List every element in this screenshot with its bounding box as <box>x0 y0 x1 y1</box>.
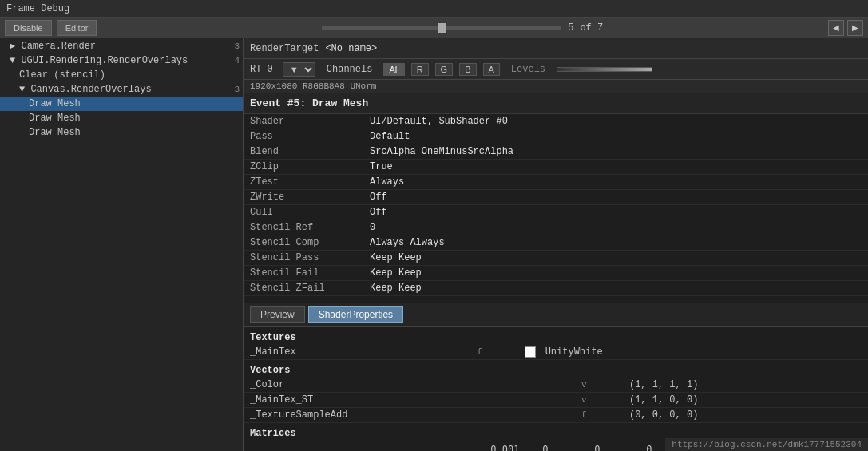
vector-value: (1, 1, 0, 0) <box>623 393 868 408</box>
tab-preview[interactable]: Preview <box>250 306 305 323</box>
editor-button[interactable]: Editor <box>57 20 97 36</box>
prop-value-stencil-fail: Keep Keep <box>363 266 868 281</box>
tree-item-canvas[interactable]: ▼ Canvas.RenderOverlays 3 <box>0 82 243 97</box>
prop-value-stencil-zfail: Keep Keep <box>363 281 868 296</box>
texture-icon <box>525 346 536 358</box>
prop-label-shader: Shader <box>244 114 363 129</box>
prop-ztest: ZTest Always <box>244 175 868 190</box>
vector-name: _MainTex_ST <box>244 393 575 408</box>
vector-type: v <box>581 380 587 390</box>
tabs-bar: Preview ShaderProperties <box>244 303 868 327</box>
title-bar: Frame Debug <box>0 0 868 18</box>
tree-item-ugui[interactable]: ▼ UGUI.Rendering.RenderOverlays 4 <box>0 53 243 68</box>
rt-select[interactable]: ▼ <box>283 62 315 77</box>
vector-value: (1, 1, 1, 1) <box>623 378 868 393</box>
channel-g[interactable]: G <box>435 63 454 76</box>
disable-button[interactable]: Disable <box>5 20 52 36</box>
prop-pass: Pass Default <box>244 129 868 144</box>
next-button[interactable]: ▶ <box>847 20 863 36</box>
tree-item-label: Draw Mesh <box>29 113 240 124</box>
prop-zclip: ZClip True <box>244 160 868 175</box>
toolbar: Disable Editor 5 of 7 ◀ ▶ <box>0 18 868 38</box>
channel-label: Channels <box>327 64 373 75</box>
prop-stencil-ref: Stencil Ref 0 <box>244 220 868 235</box>
prop-label-zclip: ZClip <box>244 160 363 175</box>
levels-bar <box>557 67 652 72</box>
texture-type: f <box>477 347 482 357</box>
prop-value-zwrite: Off <box>363 190 868 205</box>
channel-bar: RT 0 ▼ Channels All R G B A Levels <box>244 59 868 80</box>
prop-label-stencil-comp: Stencil Comp <box>244 235 363 251</box>
url-bar: https://blog.csdn.net/dmk17771552304 <box>665 438 868 451</box>
tree-item-draw-mesh-1[interactable]: Draw Mesh <box>0 97 243 111</box>
vector-maintex-st: _MainTex_ST v (1, 1, 0, 0) <box>244 393 868 408</box>
resolution-bar: 1920x1080 R8G8B8A8_UNorm <box>244 80 868 93</box>
prop-value-stencil-ref: 0 <box>363 220 868 235</box>
title-label: Frame Debug <box>6 3 69 14</box>
texture-value-text: UnityWhite <box>545 346 603 358</box>
channel-r[interactable]: R <box>411 63 429 76</box>
tab-shader-properties[interactable]: ShaderProperties <box>308 306 403 323</box>
prop-label-cull: Cull <box>244 205 363 220</box>
tree-item-label: ▼ UGUI.Rendering.RenderOverlays <box>10 55 231 66</box>
event-title: Event #5: Draw Mesh <box>244 93 868 114</box>
prop-label-ztest: ZTest <box>244 175 363 190</box>
resolution-text: 1920x1080 R8G8B8A8_UNorm <box>250 81 376 91</box>
vector-value: (0, 0, 0, 0) <box>623 408 868 423</box>
vector-texture-sample: _TextureSampleAdd f (0, 0, 0, 0) <box>244 408 868 423</box>
prop-label-stencil-fail: Stencil Fail <box>244 266 363 281</box>
vectors-table: _Color v (1, 1, 1, 1) _MainTex_ST v (1, … <box>244 378 868 423</box>
texture-value: UnityWhite <box>518 345 868 360</box>
prop-shader: Shader UI/Default, SubShader #0 <box>244 114 868 129</box>
tree-item-camera-render[interactable]: ▶ Camera.Render 3 <box>0 38 243 53</box>
texture-maintex: _MainTex f UnityWhite <box>244 345 868 360</box>
left-panel: ▶ Camera.Render 3 ▼ UGUI.Rendering.Rende… <box>0 38 244 451</box>
slider-value: 5 <box>568 22 573 34</box>
rt-num: RT 0 <box>250 64 273 75</box>
prop-value-stencil-comp: Always Always <box>363 235 868 251</box>
textures-header: Textures <box>244 327 868 345</box>
rt-value: <No name> <box>325 43 377 54</box>
prop-blend: Blend SrcAlpha OneMinusSrcAlpha <box>244 144 868 160</box>
prop-label-stencil-zfail: Stencil ZFail <box>244 281 363 296</box>
channel-all[interactable]: All <box>383 63 404 76</box>
tree-item-label: ▶ Camera.Render <box>10 40 231 52</box>
levels-label: Levels <box>511 64 545 75</box>
tree-item-label: Draw Mesh <box>29 98 240 109</box>
vector-name: _Color <box>244 378 575 393</box>
prev-button[interactable]: ◀ <box>828 20 844 36</box>
prop-value-stencil-pass: Keep Keep <box>363 251 868 266</box>
tree-item-draw-mesh-3[interactable]: Draw Mesh <box>0 125 243 140</box>
vector-type: f <box>581 410 587 420</box>
tree-item-clear[interactable]: Clear (stencil) <box>0 68 243 82</box>
prop-cull: Cull Off <box>244 205 868 220</box>
properties-table: Shader UI/Default, SubShader #0 Pass Def… <box>244 114 868 296</box>
prop-label-zwrite: ZWrite <box>244 190 363 205</box>
vectors-header: Vectors <box>244 360 868 378</box>
prop-stencil-fail: Stencil Fail Keep Keep <box>244 266 868 281</box>
prop-label-pass: Pass <box>244 129 363 144</box>
nav-buttons: ◀ ▶ <box>828 20 863 36</box>
prop-stencil-comp: Stencil Comp Always Always <box>244 235 868 251</box>
event-slider[interactable] <box>322 26 561 30</box>
channel-a[interactable]: A <box>483 63 500 76</box>
slider-area: 5 of 7 <box>101 22 823 34</box>
slider-max: of 7 <box>580 22 603 34</box>
main-container: ▶ Camera.Render 3 ▼ UGUI.Rendering.Rende… <box>0 38 868 451</box>
tree-item-label: Clear (stencil) <box>19 69 240 81</box>
prop-label-stencil-pass: Stencil Pass <box>244 251 363 266</box>
tree-item-draw-mesh-2[interactable]: Draw Mesh <box>0 111 243 125</box>
channel-b[interactable]: B <box>459 63 476 76</box>
rt-bar: RenderTarget <No name> <box>244 38 868 59</box>
prop-label-blend: Blend <box>244 144 363 160</box>
tree-item-label: Draw Mesh <box>29 127 240 138</box>
prop-stencil-pass: Stencil Pass Keep Keep <box>244 251 868 266</box>
tree-item-label: ▼ Canvas.RenderOverlays <box>19 84 231 95</box>
prop-zwrite: ZWrite Off <box>244 190 868 205</box>
matrix-name: unity_MatrixVP <box>244 441 436 451</box>
prop-value-ztest: Always <box>363 175 868 190</box>
textures-table: _MainTex f UnityWhite <box>244 345 868 360</box>
prop-value-blend: SrcAlpha OneMinusSrcAlpha <box>363 144 868 160</box>
right-panel: RenderTarget <No name> RT 0 ▼ Channels A… <box>244 38 868 451</box>
prop-label-stencil-ref: Stencil Ref <box>244 220 363 235</box>
